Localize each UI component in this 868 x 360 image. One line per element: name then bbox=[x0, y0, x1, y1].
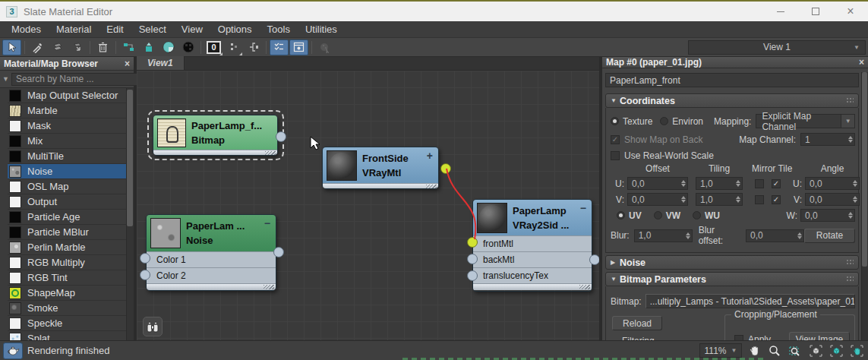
show-maps-button[interactable] bbox=[178, 39, 197, 55]
list-item[interactable]: Output bbox=[8, 194, 134, 210]
collapse-icon[interactable]: − bbox=[264, 218, 272, 248]
map-channel-field[interactable]: 1 bbox=[800, 133, 855, 146]
zoom-tool-button[interactable] bbox=[766, 343, 783, 358]
node-footer[interactable] bbox=[323, 183, 438, 189]
list-item[interactable]: Marble bbox=[8, 103, 134, 118]
list-item[interactable]: Particle MBlur bbox=[8, 225, 134, 240]
blur-field[interactable]: 1,0 bbox=[634, 229, 693, 242]
list-item[interactable]: Particle Age bbox=[8, 210, 134, 225]
list-item[interactable]: Map Output Selector bbox=[8, 88, 134, 103]
u-angle-field[interactable]: 0,0 bbox=[805, 177, 860, 190]
tab-view1[interactable]: View1 bbox=[137, 56, 185, 70]
blur-offset-field[interactable]: 0,0 bbox=[746, 229, 804, 242]
list-item[interactable]: Splat bbox=[8, 331, 134, 340]
zoom-region-tool-button[interactable] bbox=[787, 343, 803, 358]
vray2sided-node[interactable]: PaperLamp VRay2Sid ... − frontMtl backMt… bbox=[472, 199, 592, 292]
pan-tool-button[interactable] bbox=[746, 343, 762, 358]
list-item[interactable]: OSL Map bbox=[8, 179, 134, 194]
vray2sided-backmtl-input-socket[interactable] bbox=[467, 254, 478, 264]
collapse-icon[interactable]: − bbox=[580, 203, 588, 232]
spinner-arrows[interactable] bbox=[679, 180, 686, 187]
material-name-field[interactable] bbox=[605, 73, 859, 87]
list-item[interactable]: ShapeMap bbox=[8, 286, 134, 301]
mapping-dropdown[interactable]: Explicit Map Channel ▼ bbox=[756, 114, 855, 128]
noise-rollout-header[interactable]: ▶ Noise bbox=[605, 255, 859, 270]
render-status-button[interactable] bbox=[3, 343, 23, 359]
search-input[interactable] bbox=[11, 73, 138, 86]
u-offset-field[interactable]: 0,0 bbox=[627, 177, 688, 190]
spinner-arrows[interactable] bbox=[679, 196, 686, 203]
uv-radio[interactable] bbox=[617, 211, 625, 219]
view-image-button[interactable]: View Image bbox=[789, 332, 850, 340]
scrollbar-thumb[interactable] bbox=[127, 90, 133, 226]
put-to-library-button[interactable] bbox=[68, 39, 87, 55]
v-angle-field[interactable]: 0,0 bbox=[805, 193, 860, 206]
minimize-button[interactable] bbox=[763, 2, 798, 21]
apply-checkbox[interactable] bbox=[734, 335, 743, 341]
list-item[interactable]: Speckle bbox=[8, 316, 134, 331]
view-selector-dropdown[interactable]: View 1 ▼ bbox=[688, 40, 866, 55]
list-item-selected[interactable]: Noise bbox=[8, 164, 134, 179]
node-footer[interactable] bbox=[147, 283, 276, 290]
spinner-arrows[interactable] bbox=[795, 232, 802, 239]
pick-material-button[interactable] bbox=[28, 39, 47, 55]
move-children-button[interactable] bbox=[119, 39, 138, 55]
noise-color2-input-socket[interactable] bbox=[140, 270, 150, 280]
node-canvas[interactable]: PaperLamp_f... Bitmap FrontSide VRayMtl bbox=[137, 71, 599, 340]
hide-unused-nodeslots-button[interactable] bbox=[139, 39, 158, 55]
layout-children-button[interactable] bbox=[224, 39, 243, 55]
assign-material-button[interactable] bbox=[48, 39, 67, 55]
material-map-browser-toggle[interactable] bbox=[270, 39, 289, 55]
list-item[interactable]: Mask bbox=[8, 118, 134, 134]
browser-close-icon[interactable]: × bbox=[125, 59, 130, 68]
zoom-extents-button[interactable] bbox=[807, 343, 824, 358]
node-footer[interactable] bbox=[153, 150, 277, 156]
menu-modes[interactable]: Modes bbox=[5, 22, 48, 36]
list-item[interactable]: Smoke bbox=[8, 301, 134, 316]
list-item[interactable]: MultiTile bbox=[8, 149, 134, 164]
params-close-icon[interactable]: × bbox=[859, 58, 864, 67]
slot-translucencytex[interactable]: translucencyTex bbox=[473, 267, 592, 283]
slot-backmtl[interactable]: backMtl bbox=[473, 251, 592, 267]
texture-radio[interactable] bbox=[611, 117, 619, 125]
slot-frontmtl[interactable]: frontMtl bbox=[473, 235, 592, 251]
menu-utilities[interactable]: Utilities bbox=[298, 22, 344, 36]
vray2sided-output-socket[interactable] bbox=[589, 254, 599, 265]
wu-radio[interactable] bbox=[693, 211, 701, 219]
environ-radio[interactable] bbox=[660, 117, 668, 125]
layout-all-button[interactable] bbox=[244, 39, 263, 55]
select-by-material-button[interactable] bbox=[315, 39, 334, 55]
u-mirror-checkbox[interactable] bbox=[755, 179, 764, 188]
select-tool-button[interactable] bbox=[2, 39, 21, 55]
v-offset-field[interactable]: 0,0 bbox=[627, 193, 688, 206]
parameter-editor-toggle[interactable] bbox=[289, 39, 308, 55]
params-scrollbar-thumb[interactable] bbox=[862, 72, 867, 267]
view-navigator-button[interactable] bbox=[143, 317, 163, 336]
menu-edit[interactable]: Edit bbox=[99, 22, 130, 36]
maximize-button[interactable] bbox=[798, 2, 833, 21]
spinner-arrows[interactable] bbox=[851, 180, 857, 187]
spinner-arrows[interactable] bbox=[851, 196, 857, 203]
list-item[interactable]: Mix bbox=[8, 134, 134, 149]
list-item[interactable]: RGB Multiply bbox=[8, 255, 134, 270]
frontside-output-socket[interactable] bbox=[440, 163, 451, 174]
zoom-extents-selected-button[interactable] bbox=[828, 343, 844, 358]
vw-radio[interactable] bbox=[654, 211, 662, 219]
u-tile-checkbox[interactable] bbox=[772, 179, 781, 188]
close-button[interactable]: × bbox=[833, 2, 868, 21]
show-shaded-material-button[interactable]: 0 bbox=[204, 39, 223, 55]
vray2sided-frontmtl-input-socket[interactable] bbox=[467, 237, 478, 248]
spinner-arrows[interactable] bbox=[846, 136, 853, 143]
node-footer[interactable] bbox=[473, 283, 592, 290]
menu-select[interactable]: Select bbox=[132, 22, 173, 36]
list-item[interactable]: RGB Tint bbox=[8, 270, 134, 286]
vray2sided-translucencytex-input-socket[interactable] bbox=[467, 270, 478, 281]
pan-to-selected-button[interactable] bbox=[848, 343, 865, 358]
use-real-world-scale-checkbox[interactable] bbox=[611, 151, 620, 160]
slot-color1[interactable]: Color 1 bbox=[147, 251, 276, 267]
slot-color2[interactable]: Color 2 bbox=[147, 267, 276, 283]
expand-icon[interactable]: + bbox=[427, 150, 434, 180]
noise-node[interactable]: PaperLam ... Noise − Color 1 Color 2 bbox=[146, 214, 276, 291]
bitmap-path-button[interactable]: ...ultiply_Lamps - Tutorial\2Sided_Asset… bbox=[645, 294, 855, 308]
spinner-arrows[interactable] bbox=[683, 232, 690, 239]
